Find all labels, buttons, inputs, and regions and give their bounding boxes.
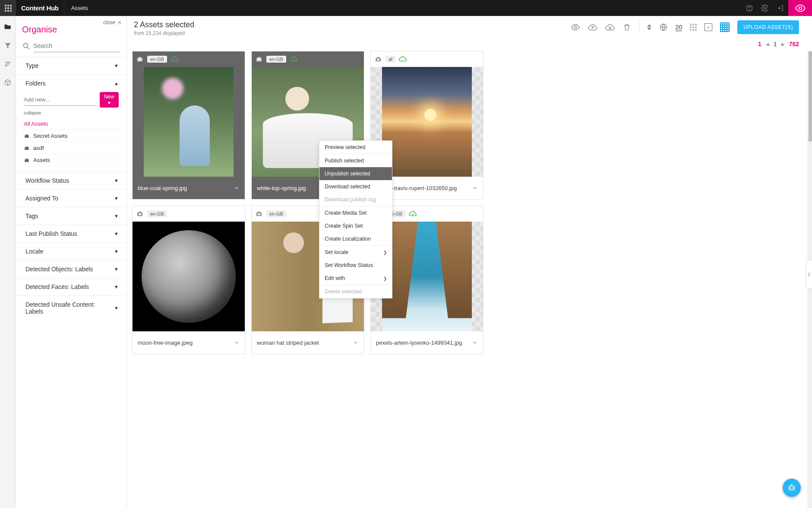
asset-grid-wrap[interactable]: en-GBblue-coat-spring.jpgen-GBwhite-top-…	[127, 51, 808, 508]
top-nav: Assets	[64, 0, 95, 16]
unpublish-button[interactable]	[605, 22, 615, 32]
filter-faces-toggle[interactable]: Detected Faces: Labels▼	[16, 278, 126, 295]
settings-button[interactable]	[757, 0, 773, 16]
page-first[interactable]: 1	[758, 41, 761, 48]
folder-item[interactable]: All Assets	[22, 118, 120, 130]
cloud-check-icon	[290, 55, 297, 63]
filter-folders-toggle[interactable]: Folders ▲	[16, 75, 126, 92]
svg-point-9	[377, 58, 379, 60]
menu-item[interactable]: Create Spin Set	[319, 219, 392, 232]
rail-tools-button[interactable]	[0, 56, 16, 72]
card-menu-button[interactable]	[472, 340, 478, 346]
menu-item-label: Download selected	[325, 184, 370, 190]
chevron-down-icon: ▼	[114, 305, 119, 311]
new-folder-button[interactable]: New ▾	[100, 92, 119, 108]
folder-item[interactable]: Assets	[22, 154, 120, 166]
filter-locale-toggle[interactable]: Locale▼	[16, 243, 126, 260]
sort-button[interactable]	[647, 24, 651, 30]
filter-objects-toggle[interactable]: Detected Objects: Labels▼	[16, 260, 126, 278]
filter-type-toggle[interactable]: Type ▼	[16, 57, 126, 74]
menu-item[interactable]: Preview selected	[319, 141, 392, 154]
asset-filename: blue-coat-spring.jpg	[138, 185, 187, 191]
card-menu-button[interactable]	[472, 185, 478, 191]
asset-card[interactable]: en-GBmoon-free-image.jpeg	[132, 206, 245, 354]
menu-item[interactable]: Download selected	[319, 180, 392, 193]
svg-point-5	[574, 26, 577, 29]
rail-folder-button[interactable]	[0, 19, 16, 35]
chevron-down-icon: ▼	[114, 196, 119, 201]
folder-item[interactable]: Secret Assets	[22, 130, 120, 142]
chevron-down-icon	[234, 185, 240, 191]
select-all-button[interactable]	[720, 22, 730, 32]
rail-filter-button[interactable]	[0, 37, 16, 53]
preview-tab[interactable]	[788, 0, 812, 16]
folder-label: Assets	[33, 157, 50, 163]
nav-assets[interactable]: Assets	[64, 0, 95, 16]
svg-point-8	[258, 58, 260, 60]
scroll-thumb[interactable]	[809, 51, 812, 142]
asset-type-icon	[136, 210, 144, 218]
card-menu-button[interactable]	[234, 340, 240, 346]
filter-label: Detected Faces: Labels	[25, 283, 89, 290]
svg-point-10	[139, 213, 141, 215]
filter-folders-label: Folders	[25, 80, 46, 87]
chevron-down-icon	[472, 185, 478, 191]
menu-item[interactable]: Publish selected	[319, 154, 392, 167]
app-switcher-button[interactable]	[0, 0, 16, 16]
menu-item[interactable]: Create Media Set	[319, 206, 392, 219]
rail-package-button[interactable]	[0, 74, 16, 90]
card-menu-button[interactable]	[234, 185, 240, 191]
chat-fab[interactable]	[783, 479, 801, 497]
help-button[interactable]	[742, 0, 757, 16]
search-input[interactable]	[33, 40, 120, 52]
logout-button[interactable]	[773, 0, 788, 16]
page-size-selector[interactable]: 20	[676, 24, 682, 31]
menu-item[interactable]: Set Workflow Status	[319, 259, 392, 272]
camera-icon	[374, 55, 382, 63]
trash-icon	[622, 23, 631, 32]
page-prev-button[interactable]: ◀	[766, 42, 769, 47]
menu-item[interactable]: Set locale❯	[319, 246, 392, 259]
card-header: en-GB	[133, 51, 245, 67]
collapse-folders-link[interactable]: collapse	[22, 110, 120, 115]
menu-item: Download publish log	[319, 193, 392, 206]
right-panel-expand[interactable]: ||	[806, 260, 812, 289]
page-last[interactable]: 762	[789, 41, 799, 48]
filter-icon	[4, 41, 12, 49]
filter-unsafe-toggle[interactable]: Detected Unsafe Content: Labels▼	[16, 296, 126, 320]
locale-chip: af	[385, 56, 395, 63]
view-grid-button[interactable]	[690, 24, 697, 31]
locale-button[interactable]	[659, 23, 668, 32]
asset-thumbnail[interactable]	[133, 222, 245, 331]
delete-button[interactable]	[622, 23, 631, 32]
publish-button[interactable]	[588, 22, 597, 32]
filter-workflow-toggle[interactable]: Workflow Status▼	[16, 172, 126, 189]
close-panel-button[interactable]: close	[103, 19, 122, 25]
asset-card[interactable]: en-GBblue-coat-spring.jpg	[132, 51, 245, 200]
card-menu-button[interactable]	[353, 340, 359, 346]
briefcase-icon	[24, 145, 30, 151]
chevron-up-icon: ▲	[114, 81, 119, 86]
chevron-down-icon	[472, 340, 478, 346]
bot-icon	[787, 483, 796, 492]
tools-icon	[4, 60, 12, 68]
published-icon	[171, 55, 178, 63]
preview-button[interactable]	[571, 22, 580, 32]
menu-item[interactable]: Edit with❯	[319, 272, 392, 285]
folder-item[interactable]: asdf	[22, 142, 120, 154]
filter-tags-toggle[interactable]: Tags▼	[16, 207, 126, 225]
upload-button[interactable]: UPLOAD ASSET(S)	[737, 20, 799, 34]
filter-publish-toggle[interactable]: Last Publish Status▼	[16, 225, 126, 242]
add-folder-input[interactable]	[24, 94, 96, 106]
asset-thumbnail[interactable]	[133, 67, 245, 177]
filter-assigned-toggle[interactable]: Assigned To▼	[16, 190, 126, 207]
locale-chip: en-GB	[147, 210, 167, 217]
divider	[639, 21, 639, 33]
card-header: en-GB	[133, 206, 245, 222]
svg-rect-13	[789, 486, 795, 490]
menu-item[interactable]: Create Localization	[319, 232, 392, 245]
asset-filename: white-top-spring.jpg	[257, 185, 306, 191]
page-next-button[interactable]: ▶	[781, 42, 785, 47]
menu-item[interactable]: Unpublish selected	[319, 167, 392, 180]
select-mode-button[interactable]: ✓	[705, 23, 712, 31]
